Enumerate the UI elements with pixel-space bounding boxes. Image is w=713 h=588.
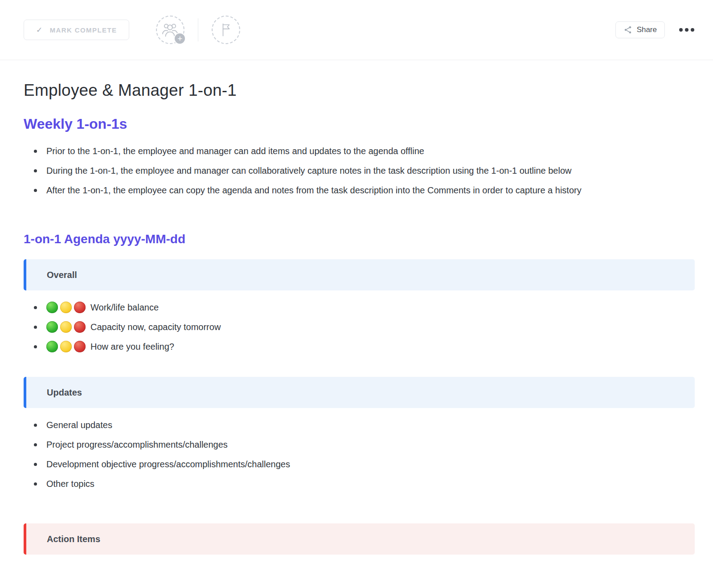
red-circle-icon	[74, 302, 86, 313]
add-assignee-button[interactable]: +	[156, 16, 184, 44]
updates-callout-title: Updates	[47, 388, 82, 398]
set-priority-button[interactable]	[212, 16, 240, 44]
ellipsis-icon	[679, 28, 683, 32]
action-items-callout: Action Items	[24, 523, 695, 555]
task-description: Employee & Manager 1-on-1 Weekly 1-on-1s…	[0, 60, 713, 555]
toolbar-icon-group: +	[156, 16, 240, 44]
updates-bullet-list: General updates Project progress/accompl…	[24, 415, 695, 494]
toolbar: ✓ MARK COMPLETE +	[0, 0, 713, 60]
page-title: Employee & Manager 1-on-1	[24, 81, 695, 100]
list-item: Development objective progress/accomplis…	[24, 454, 645, 474]
more-options-button[interactable]	[678, 25, 695, 34]
list-item: After the 1-on-1, the employee can copy …	[24, 182, 645, 198]
list-item: Capacity now, capacity tomorrow	[24, 317, 645, 337]
action-items-callout-title: Action Items	[47, 534, 100, 544]
list-item: How are you feeling?	[24, 337, 645, 356]
agenda-heading: 1-on-1 Agenda yyyy-MM-dd	[24, 232, 695, 246]
list-item: Work/life balance	[24, 298, 645, 317]
share-icon	[623, 25, 632, 34]
green-circle-icon	[46, 321, 58, 333]
green-circle-icon	[46, 302, 58, 313]
yellow-circle-icon	[60, 302, 72, 313]
list-item: During the 1-on-1, the employee and mana…	[24, 163, 645, 179]
yellow-circle-icon	[60, 341, 72, 352]
list-item-label: Work/life balance	[90, 302, 159, 312]
overall-callout-title: Overall	[47, 270, 77, 280]
share-button[interactable]: Share	[615, 21, 665, 38]
list-item: Prior to the 1-on-1, the employee and ma…	[24, 143, 645, 159]
checkmark-icon: ✓	[36, 25, 43, 35]
list-item: Other topics	[24, 474, 645, 494]
plus-badge-icon: +	[174, 33, 186, 45]
toolbar-left: ✓ MARK COMPLETE +	[24, 16, 240, 44]
list-item-label: Capacity now, capacity tomorrow	[90, 322, 221, 332]
list-item: General updates	[24, 415, 645, 435]
list-item-label: How are you feeling?	[90, 342, 174, 351]
green-circle-icon	[46, 341, 58, 352]
mark-complete-label: MARK COMPLETE	[50, 26, 117, 34]
share-label: Share	[637, 25, 657, 34]
weekly-1on1s-heading: Weekly 1-on-1s	[24, 116, 695, 132]
mark-complete-button[interactable]: ✓ MARK COMPLETE	[24, 20, 129, 40]
flag-icon	[219, 22, 233, 37]
red-circle-icon	[74, 341, 86, 352]
red-circle-icon	[74, 321, 86, 333]
toolbar-divider	[198, 18, 198, 41]
updates-callout: Updates	[24, 377, 695, 408]
weekly-bullet-list: Prior to the 1-on-1, the employee and ma…	[24, 143, 695, 198]
yellow-circle-icon	[60, 321, 72, 333]
toolbar-right: Share	[615, 21, 695, 38]
overall-bullet-list: Work/life balance Capacity now, capacity…	[24, 298, 695, 356]
overall-callout: Overall	[24, 259, 695, 290]
list-item: Project progress/accomplishments/challen…	[24, 435, 645, 454]
